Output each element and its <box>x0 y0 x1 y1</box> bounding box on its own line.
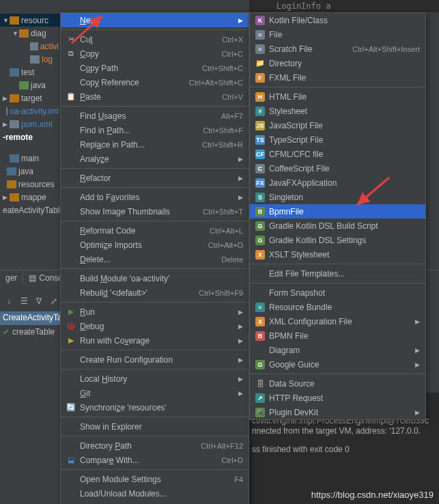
menu-refactor[interactable]: Refactor▶ <box>61 171 249 185</box>
new-gradle-build[interactable]: GGradle Kotlin DSL Build Script <box>250 219 425 233</box>
menu-dir-path[interactable]: Directory PathCtrl+Alt+F12 <box>61 438 249 453</box>
menu-copy-path[interactable]: Copy PathCtrl+Shift+C <box>61 61 249 75</box>
new-resource-bundle-icon: ≡ <box>254 303 266 312</box>
submenu-arrow-icon: ▶ <box>236 337 243 344</box>
tree-test[interactable]: test <box>0 66 61 79</box>
menu-run[interactable]: ▶Run▶ <box>61 305 249 319</box>
menu-delete[interactable]: Delete...Delete <box>61 252 249 266</box>
new-datasource[interactable]: 🗄Data Source <box>250 376 425 391</box>
tree-target[interactable]: ▶target <box>0 92 61 104</box>
menu-find-usages[interactable]: Find UsagesAlt+F7 <box>61 109 249 123</box>
new-xslt[interactable]: XXSLT Stylesheet <box>250 247 425 262</box>
console-icon: ▤ <box>29 273 36 283</box>
submenu-arrow-icon: ▶ <box>413 361 420 368</box>
tb-sort-icon[interactable]: ∇ <box>33 295 45 307</box>
new-html[interactable]: HHTML File <box>250 89 425 104</box>
menu-load-modules[interactable]: Load/Unload Modules... <box>61 486 249 501</box>
new-http-icon: ↗ <box>254 393 266 403</box>
menu-build-module[interactable]: Build Module 'oa-activity' <box>61 271 249 285</box>
new-plugin-devkit-icon: 🔌 <box>254 408 266 417</box>
new-js-icon: JS <box>254 121 266 130</box>
new-plugin-devkit[interactable]: 🔌Plugin DevKit▶ <box>250 405 425 419</box>
new-bpmn-file[interactable]: BBPMN File <box>250 328 425 343</box>
new-http[interactable]: ↗HTTP Request <box>250 391 425 405</box>
menu-paste-icon: 📋 <box>65 92 77 101</box>
menu-cut[interactable]: ✂CutCtrl+X <box>61 32 249 46</box>
new-bpmnfile[interactable]: BBpmnFile <box>250 204 425 219</box>
menu-replace-in-path[interactable]: Replace in Path...Ctrl+Shift+R <box>61 137 249 152</box>
menu-reformat[interactable]: Reformat CodeCtrl+Alt+L <box>61 223 249 238</box>
tree-main[interactable]: main <box>0 152 61 165</box>
tree-eat[interactable]: eateActivityTable <box>0 204 61 216</box>
tb-filter-icon[interactable]: ☰ <box>18 295 30 307</box>
tb-rerun-icon[interactable]: ↓ <box>3 295 15 307</box>
tree-login[interactable]: log <box>0 53 61 66</box>
tree-java[interactable]: java <box>0 79 61 92</box>
new-fxml[interactable]: FFXML File <box>250 70 425 85</box>
run-toolbar: ↓ ☰ ∇ ⤢ <box>0 294 61 309</box>
menu-mark-dir[interactable]: Mark Directory as▶ <box>61 501 249 504</box>
tree-oa-iml[interactable]: oa-activity.iml <box>0 104 61 117</box>
new-singleton[interactable]: SSingleton <box>250 190 425 204</box>
new-kotlin[interactable]: KKotlin File/Class <box>250 13 425 27</box>
menu-rebuild[interactable]: Rebuild '<default>'Ctrl+Shift+F9 <box>61 285 249 300</box>
watermark: https://blog.csdn.net/xiaoye319 <box>311 490 434 500</box>
menu-module-settings[interactable]: Open Module SettingsF4 <box>61 472 249 486</box>
new-directory[interactable]: 📁Directory <box>250 56 425 70</box>
menu-sync[interactable]: 🔄Synchronize 'resources' <box>61 400 249 415</box>
menu-debug[interactable]: 🐞Debug▶ <box>61 319 249 333</box>
menu-create-run[interactable]: Create Run Configuration▶ <box>61 352 249 367</box>
new-javafx[interactable]: FXJavaFXApplication <box>250 176 425 190</box>
tree-java2[interactable]: java <box>0 165 61 178</box>
menu-git[interactable]: Git▶ <box>61 386 249 400</box>
tree-resources2[interactable]: resources <box>0 178 61 191</box>
menu-find-in-path[interactable]: Find in Path...Ctrl+Shift+F <box>61 123 249 137</box>
new-stylesheet[interactable]: #Stylesheet <box>250 104 425 118</box>
run-create-row[interactable]: CreateActivityTa <box>0 311 61 325</box>
new-js[interactable]: JSJavaScript File <box>250 118 425 132</box>
menu-optimize[interactable]: Optimize ImportsCtrl+Alt+O <box>61 238 249 252</box>
submenu-arrow-icon: ▶ <box>236 309 243 316</box>
menu-debug-icon: 🐞 <box>65 322 77 331</box>
menu-thumbnails[interactable]: Show Image ThumbnailsCtrl+Shift+T <box>61 204 249 219</box>
menu-copy[interactable]: ⧉CopyCtrl+C <box>61 46 249 61</box>
tree-pom[interactable]: ▶pom.xml <box>0 117 61 130</box>
new-gradle-settings[interactable]: GGradle Kotlin DSL Settings <box>250 233 425 247</box>
new-diagram[interactable]: Diagram▶ <box>250 343 425 357</box>
new-file[interactable]: ≡File <box>250 27 425 42</box>
menu-history[interactable]: Local History▶ <box>61 372 249 386</box>
new-form-snapshot[interactable]: Form Snapshot <box>250 285 425 300</box>
menu-sync-icon: 🔄 <box>65 403 77 412</box>
menu-paste[interactable]: 📋PasteCtrl+V <box>61 89 249 104</box>
menu-explorer[interactable]: Show in Explorer <box>61 419 249 434</box>
new-coffee[interactable]: CCoffeeScript File <box>250 161 425 176</box>
tree-activity[interactable]: activi <box>0 40 61 53</box>
new-ts-icon: TS <box>254 135 266 145</box>
new-xml-config[interactable]: XXML Configuration File▶ <box>250 314 425 328</box>
tb-expand-icon[interactable]: ⤢ <box>48 295 60 307</box>
new-scratch[interactable]: ≡Scratch FileCtrl+Alt+Shift+Insert <box>250 42 425 56</box>
menu-cut-icon: ✂ <box>65 35 77 44</box>
menu-favorites[interactable]: Add to Favorites▶ <box>61 190 249 204</box>
menu-analyze[interactable]: Analyze▶ <box>61 152 249 166</box>
menu-compare[interactable]: ⬓Compare With...Ctrl+D <box>61 453 249 467</box>
new-resource-bundle[interactable]: ≡Resource Bundle <box>250 300 425 314</box>
new-edit-templates[interactable]: Edit File Templates... <box>250 266 425 281</box>
new-guice[interactable]: GGoogle Guice▶ <box>250 357 425 372</box>
tree-resources[interactable]: ▼resourc <box>0 14 61 27</box>
ok-icon: ✔ <box>3 327 10 337</box>
new-cfml[interactable]: CFCFML/CFC file <box>250 147 425 161</box>
run-ok-row[interactable]: ✔createTable <box>0 325 61 339</box>
tree-mapper[interactable]: ▶mappe <box>0 191 61 204</box>
menu-copy-ref[interactable]: Copy ReferenceCtrl+Alt+Shift+C <box>61 75 249 89</box>
new-singleton-icon: S <box>254 193 266 202</box>
tab-ger[interactable]: ger <box>0 270 23 285</box>
menu-new[interactable]: New▶ <box>61 13 249 27</box>
new-bpmnfile-icon: B <box>254 207 266 216</box>
tree-diag[interactable]: ▼diag <box>0 27 61 40</box>
new-ts[interactable]: TSTypeScript File <box>250 132 425 147</box>
tree-remote[interactable]: -remote <box>0 130 61 143</box>
submenu-arrow-icon: ▶ <box>236 376 243 382</box>
menu-coverage[interactable]: ▶Run with Coverage▶ <box>61 333 249 348</box>
submenu-arrow-icon: ▶ <box>413 347 420 354</box>
